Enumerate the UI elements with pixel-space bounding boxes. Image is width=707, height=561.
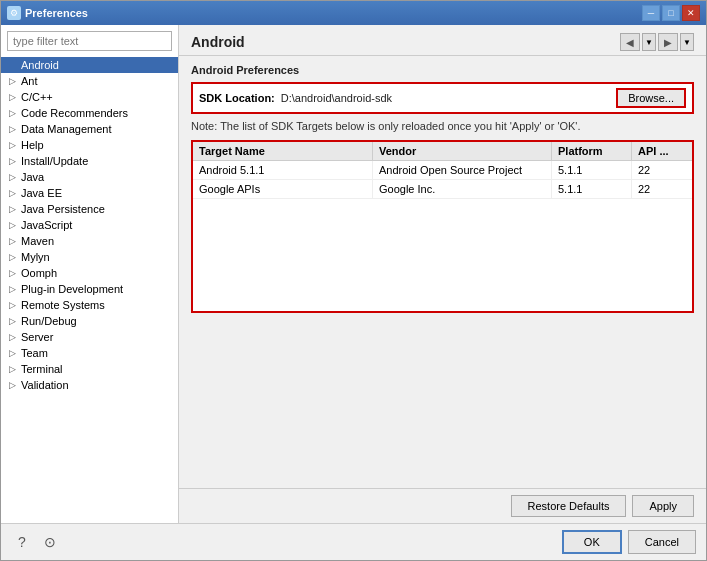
restore-defaults-button[interactable]: Restore Defaults <box>511 495 627 517</box>
table-header: Target Name Vendor Platform API ... <box>193 142 692 161</box>
title-bar: ⚙ Preferences ─ □ ✕ <box>1 1 706 25</box>
sidebar-item-label: Validation <box>21 379 69 391</box>
footer: ? ⊙ OK Cancel <box>1 523 706 560</box>
sidebar-item-label: Install/Update <box>21 155 88 167</box>
sidebar-item-android[interactable]: Android <box>1 57 178 73</box>
table-cell-api: 22 <box>632 161 692 179</box>
table-cell-target: Android 5.1.1 <box>193 161 373 179</box>
sidebar-item-label: Android <box>21 59 59 71</box>
table-cell-vendor: Google Inc. <box>373 180 552 198</box>
chevron-icon: ▷ <box>9 92 19 102</box>
chevron-icon: ▷ <box>9 220 19 230</box>
nav-forward-dropdown[interactable]: ▼ <box>680 33 694 51</box>
title-buttons: ─ □ ✕ <box>642 5 700 21</box>
sidebar-item-label: Server <box>21 331 53 343</box>
chevron-icon: ▷ <box>9 188 19 198</box>
ok-button[interactable]: OK <box>562 530 622 554</box>
table-cell-platform: 5.1.1 <box>552 161 632 179</box>
cancel-button[interactable]: Cancel <box>628 530 696 554</box>
table-row[interactable]: Google APIsGoogle Inc.5.1.122 <box>193 180 692 199</box>
chevron-icon: ▷ <box>9 364 19 374</box>
chevron-icon: ▷ <box>9 156 19 166</box>
chevron-icon: ▷ <box>9 348 19 358</box>
sidebar-item-code-recommenders[interactable]: ▷Code Recommenders <box>1 105 178 121</box>
main-header: Android ◀ ▼ ▶ ▼ <box>179 25 706 56</box>
sidebar-item-label: Java EE <box>21 187 62 199</box>
nav-back-button[interactable]: ◀ <box>620 33 640 51</box>
footer-action-buttons: OK Cancel <box>562 530 696 554</box>
chevron-icon: ▷ <box>9 108 19 118</box>
close-button[interactable]: ✕ <box>682 5 700 21</box>
col-header-target: Target Name <box>193 142 373 160</box>
sidebar-item-mylyn[interactable]: ▷Mylyn <box>1 249 178 265</box>
sidebar-item-label: JavaScript <box>21 219 72 231</box>
nav-buttons: ◀ ▼ ▶ ▼ <box>620 33 694 51</box>
table-cell-api: 22 <box>632 180 692 198</box>
sidebar-item-label: Run/Debug <box>21 315 77 327</box>
sidebar: Android▷Ant▷C/C++▷Code Recommenders▷Data… <box>1 25 179 523</box>
table-cell-platform: 5.1.1 <box>552 180 632 198</box>
browse-button[interactable]: Browse... <box>616 88 686 108</box>
sidebar-item-java-ee[interactable]: ▷Java EE <box>1 185 178 201</box>
note-text: Note: The list of SDK Targets below is o… <box>191 120 694 132</box>
col-header-api: API ... <box>632 142 692 160</box>
sidebar-item-terminal[interactable]: ▷Terminal <box>1 361 178 377</box>
sidebar-item-run-debug[interactable]: ▷Run/Debug <box>1 313 178 329</box>
table-row[interactable]: Android 5.1.1Android Open Source Project… <box>193 161 692 180</box>
chevron-icon: ▷ <box>9 252 19 262</box>
sidebar-item-oomph[interactable]: ▷Oomph <box>1 265 178 281</box>
sidebar-item-label: Java Persistence <box>21 203 105 215</box>
sidebar-item-ant[interactable]: ▷Ant <box>1 73 178 89</box>
sidebar-item-maven[interactable]: ▷Maven <box>1 233 178 249</box>
nav-back-dropdown[interactable]: ▼ <box>642 33 656 51</box>
sidebar-item-install-update[interactable]: ▷Install/Update <box>1 153 178 169</box>
chevron-icon: ▷ <box>9 316 19 326</box>
help-button[interactable]: ? <box>11 531 33 553</box>
minimize-button[interactable]: ─ <box>642 5 660 21</box>
sidebar-item-java-persistence[interactable]: ▷Java Persistence <box>1 201 178 217</box>
chevron-icon: ▷ <box>9 236 19 246</box>
window-icon: ⚙ <box>7 6 21 20</box>
table-body: Android 5.1.1Android Open Source Project… <box>193 161 692 311</box>
sidebar-item-cpp[interactable]: ▷C/C++ <box>1 89 178 105</box>
sidebar-item-java[interactable]: ▷Java <box>1 169 178 185</box>
sidebar-item-validation[interactable]: ▷Validation <box>1 377 178 393</box>
content-area: Android▷Ant▷C/C++▷Code Recommenders▷Data… <box>1 25 706 523</box>
chevron-icon: ▷ <box>9 268 19 278</box>
sidebar-item-team[interactable]: ▷Team <box>1 345 178 361</box>
main-content: Android Preferences SDK Location: D:\and… <box>179 56 706 488</box>
chevron-icon: ▷ <box>9 380 19 390</box>
sidebar-item-label: Plug-in Development <box>21 283 123 295</box>
sidebar-item-data-management[interactable]: ▷Data Management <box>1 121 178 137</box>
chevron-icon: ▷ <box>9 300 19 310</box>
filter-input[interactable] <box>7 31 172 51</box>
tree-container: Android▷Ant▷C/C++▷Code Recommenders▷Data… <box>1 57 178 523</box>
sidebar-item-remote-systems[interactable]: ▷Remote Systems <box>1 297 178 313</box>
sdk-targets-table: Target Name Vendor Platform API ... Andr… <box>191 140 694 313</box>
chevron-icon: ▷ <box>9 204 19 214</box>
table-cell-vendor: Android Open Source Project <box>373 161 552 179</box>
sidebar-item-label: C/C++ <box>21 91 53 103</box>
apply-button[interactable]: Apply <box>632 495 694 517</box>
chevron-icon: ▷ <box>9 172 19 182</box>
col-header-platform: Platform <box>552 142 632 160</box>
sidebar-item-server[interactable]: ▷Server <box>1 329 178 345</box>
chevron-icon: ▷ <box>9 124 19 134</box>
sidebar-item-label: Code Recommenders <box>21 107 128 119</box>
sidebar-item-javascript[interactable]: ▷JavaScript <box>1 217 178 233</box>
sidebar-item-label: Terminal <box>21 363 63 375</box>
maximize-button[interactable]: □ <box>662 5 680 21</box>
info-button[interactable]: ⊙ <box>39 531 61 553</box>
chevron-icon: ▷ <box>9 76 19 86</box>
title-bar-left: ⚙ Preferences <box>7 6 88 20</box>
page-title: Android <box>191 34 245 50</box>
footer-icons: ? ⊙ <box>11 531 61 553</box>
sidebar-item-help[interactable]: ▷Help <box>1 137 178 153</box>
window-title: Preferences <box>25 7 88 19</box>
sidebar-item-label: Maven <box>21 235 54 247</box>
nav-forward-button[interactable]: ▶ <box>658 33 678 51</box>
sidebar-item-label: Mylyn <box>21 251 50 263</box>
sidebar-item-plugin-development[interactable]: ▷Plug-in Development <box>1 281 178 297</box>
sidebar-item-label: Remote Systems <box>21 299 105 311</box>
sdk-label: SDK Location: <box>199 92 275 104</box>
